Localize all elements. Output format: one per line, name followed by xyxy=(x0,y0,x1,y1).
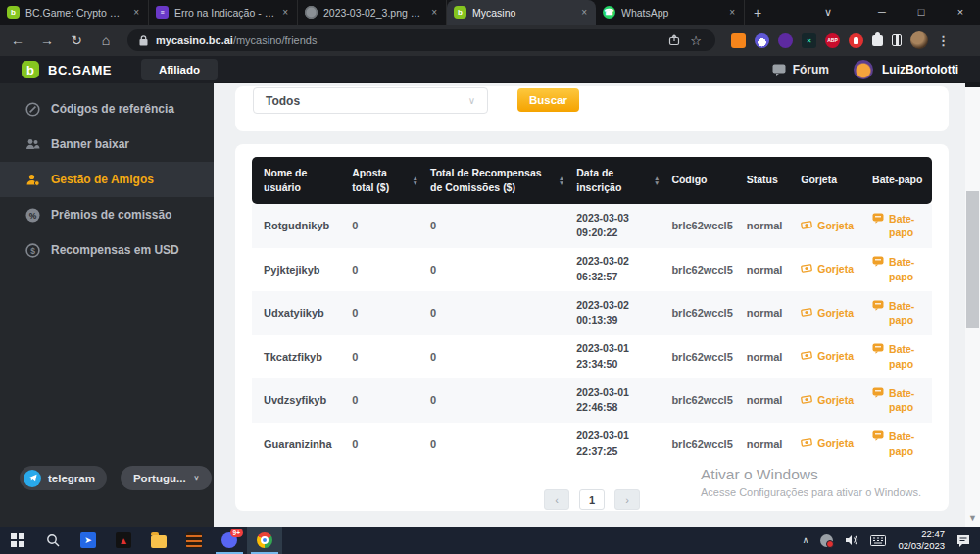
minimize-button[interactable]: ─ xyxy=(862,0,902,25)
tip-link[interactable]: Gorjeta xyxy=(801,436,860,451)
touch-keyboard-icon[interactable] xyxy=(870,535,886,546)
taskbar-chrome[interactable] xyxy=(247,527,282,554)
share-icon[interactable] xyxy=(668,34,680,46)
adblock-plus-icon[interactable]: ABP xyxy=(825,33,840,48)
browser-menu-icon[interactable]: ⋮ xyxy=(937,33,950,48)
tip-link[interactable]: Gorjeta xyxy=(801,349,860,364)
forward-icon[interactable]: → xyxy=(39,32,55,48)
metamask-icon[interactable] xyxy=(731,33,746,48)
col-bet-total[interactable]: Aposta total ($) ▲▼ xyxy=(340,166,418,195)
bcgame-logo[interactable]: b xyxy=(22,61,39,78)
taskbar-file-explorer[interactable] xyxy=(141,527,176,554)
start-button[interactable] xyxy=(0,527,35,554)
tip-link[interactable]: Gorjeta xyxy=(801,262,860,277)
cell-tip: Gorjeta xyxy=(789,306,860,321)
purple-wallet-icon[interactable] xyxy=(778,33,793,48)
chat-link[interactable]: Bate-papo xyxy=(872,342,932,371)
user-name[interactable]: LuizBortolotti xyxy=(882,63,958,76)
browser-profile-avatar[interactable] xyxy=(910,31,928,49)
chat-link[interactable]: Bate-papo xyxy=(872,386,932,415)
chat-bubble-icon xyxy=(872,430,884,441)
chat-link[interactable]: Bate-papo xyxy=(872,255,932,283)
home-icon[interactable]: ⌂ xyxy=(98,32,114,48)
page-scrollbar[interactable]: ▼ xyxy=(965,87,980,527)
affiliate-button[interactable]: Afiliado xyxy=(141,59,218,80)
sidebar-footer: telegram Portugu... ∨ xyxy=(20,466,212,490)
bookmark-star-icon[interactable]: ☆ xyxy=(688,33,704,48)
cell-bet-total: 0 xyxy=(340,307,418,319)
telegram-button[interactable]: telegram xyxy=(20,466,107,490)
tray-chevron-icon[interactable]: ∧ xyxy=(803,535,809,545)
forum-link[interactable]: Fórum xyxy=(772,63,829,76)
chat-bubble-icon xyxy=(872,256,884,267)
current-page-button[interactable]: 1 xyxy=(579,489,605,510)
friends-table: Nome de usuário Aposta total ($) ▲▼ Tota… xyxy=(252,157,932,466)
search-icon xyxy=(46,533,60,547)
tip-link[interactable]: Gorjeta xyxy=(801,393,860,408)
cell-code: brlc62wccl5 xyxy=(660,264,734,276)
x-extension-icon[interactable]: × xyxy=(802,33,816,48)
col-tip: Gorjeta xyxy=(789,173,860,187)
reload-icon[interactable]: ↻ xyxy=(69,32,84,48)
cell-status: normal xyxy=(735,220,790,231)
user-avatar[interactable] xyxy=(854,60,873,79)
new-tab-button[interactable]: + xyxy=(745,0,770,25)
cell-chat: Bate-papo xyxy=(860,299,932,327)
volume-icon[interactable] xyxy=(845,534,858,546)
tab-close-icon[interactable]: × xyxy=(131,7,141,18)
forum-chat-icon xyxy=(772,64,786,76)
chat-link[interactable]: Bate-papo xyxy=(872,429,932,458)
taskbar-discord[interactable]: 9+ xyxy=(212,527,247,554)
taskbar-search-button[interactable] xyxy=(35,527,71,554)
close-window-button[interactable]: × xyxy=(941,0,980,25)
tip-link[interactable]: Gorjeta xyxy=(801,219,860,233)
cell-signup-date: 2023-03-01 22:37:25 xyxy=(564,428,660,460)
sidebar-item-banner-download[interactable]: Banner baixar xyxy=(0,126,214,162)
tab-erro-indicacao[interactable]: ≡ Erro na Indicação - BC.Game × xyxy=(149,0,298,25)
prev-page-button[interactable]: ‹ xyxy=(544,489,569,510)
tip-link[interactable]: Gorjeta xyxy=(801,306,860,321)
phantom-wallet-icon[interactable] xyxy=(755,33,769,48)
col-signup-date[interactable]: Data de inscrição ▲▼ xyxy=(564,166,660,195)
tab-search-chevron-icon[interactable]: ∨ xyxy=(806,0,851,25)
cell-code: brlc62wccl5 xyxy=(660,351,734,363)
cell-username: Udxatyiikyb xyxy=(252,307,340,319)
tab-close-icon[interactable]: × xyxy=(579,7,589,18)
action-center-icon[interactable] xyxy=(956,534,970,547)
back-icon[interactable]: ← xyxy=(10,32,25,48)
cell-signup-date: 2023-03-02 00:13:39 xyxy=(564,298,660,329)
tab-png-image[interactable]: 2023-03-02_3.png (1024×76 × xyxy=(298,0,447,25)
taskbar-app-blue-arrow[interactable]: ➤ xyxy=(71,527,106,554)
scrollbar-down-arrow[interactable]: ▼ xyxy=(965,513,980,523)
friends-filter-select[interactable]: Todos ∨ xyxy=(253,87,488,114)
sidebar-item-friends-management[interactable]: Gestão de Amigos xyxy=(0,162,214,197)
tab-close-icon[interactable]: × xyxy=(429,7,439,18)
sidebar-item-commission-rewards[interactable]: % Prêmios de comissão xyxy=(0,197,214,232)
chat-link[interactable]: Bate-papo xyxy=(872,212,932,240)
cell-tip: Gorjeta xyxy=(789,393,860,408)
search-button[interactable]: Buscar xyxy=(517,88,579,112)
tray-app-icon[interactable] xyxy=(820,534,833,547)
scrollbar-thumb[interactable] xyxy=(966,191,979,328)
address-bar[interactable]: mycasino.bc.ai/mycasino/friends ☆ xyxy=(127,29,715,51)
app-header: b BC.GAME Afiliado Fórum LuizBortolotti xyxy=(0,56,980,83)
maximize-button[interactable]: □ xyxy=(902,0,941,25)
extensions-puzzle-icon[interactable] xyxy=(872,35,883,46)
next-page-button[interactable]: › xyxy=(614,489,640,510)
sidebar-item-usd-rewards[interactable]: $ Recompensas em USD xyxy=(0,232,214,268)
taskbar-clock[interactable]: 22:47 02/03/2023 xyxy=(898,529,945,553)
language-selector[interactable]: Portugu... ∨ xyxy=(121,466,213,490)
sidebar-item-referral-codes[interactable]: Códigos de referência xyxy=(0,91,214,126)
taskbar-app-dark-red[interactable]: ▲ xyxy=(106,527,141,554)
col-commission-rewards[interactable]: Total de Recompensas de Comissões ($) ▲▼ xyxy=(418,166,564,195)
tab-close-icon[interactable]: × xyxy=(280,7,290,18)
taskbar-app-striped[interactable] xyxy=(176,527,212,554)
side-panel-icon[interactable] xyxy=(892,34,902,46)
tab-mycasino-active[interactable]: b Mycasino × xyxy=(447,0,596,25)
hand-blocker-icon[interactable] xyxy=(849,33,863,48)
tab-bcgame-casino[interactable]: b BC.Game: Crypto Casino Gam × xyxy=(0,0,149,25)
tab-whatsapp[interactable]: ☎ WhatsApp × xyxy=(596,0,745,25)
tab-close-icon[interactable]: × xyxy=(727,7,737,18)
chat-link[interactable]: Bate-papo xyxy=(872,299,932,327)
chat-bubble-icon xyxy=(872,387,884,398)
